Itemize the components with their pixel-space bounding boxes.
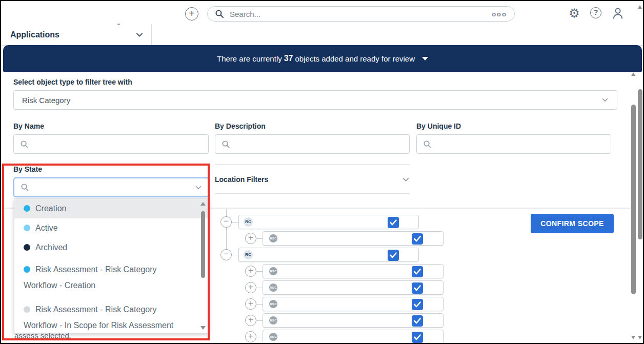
location-filters-toggle[interactable]: Location Filters xyxy=(215,173,410,186)
state-option[interactable]: Active xyxy=(14,218,208,238)
node-checkbox[interactable] xyxy=(412,315,423,327)
by-state-combobox[interactable] xyxy=(13,177,209,197)
search-input[interactable] xyxy=(229,9,488,19)
tree-connector xyxy=(256,271,263,272)
state-option-label: Risk Assessment - Risk Category Workflow… xyxy=(24,305,173,330)
gear-icon[interactable]: ⚙ xyxy=(568,7,581,20)
state-color-dot xyxy=(24,266,30,273)
applications-dropdown[interactable]: Applications xyxy=(1,24,152,45)
expand-icon[interactable]: + xyxy=(245,266,256,277)
object-type-badge: RSC xyxy=(269,333,277,341)
tree-node[interactable]: RSC xyxy=(263,313,444,328)
object-type-badge: RC xyxy=(244,250,253,259)
scrollbar-thumb[interactable] xyxy=(638,89,642,239)
by-name-label: By Name xyxy=(13,122,44,130)
object-type-badge: RSC xyxy=(269,316,277,325)
state-option-label: Active xyxy=(35,224,58,232)
user-icon[interactable] xyxy=(611,7,625,20)
chevron-down-icon xyxy=(195,184,202,191)
search-icon xyxy=(20,140,29,149)
scroll-up-icon[interactable] xyxy=(631,72,635,76)
tree-node[interactable]: RSC xyxy=(263,280,444,295)
help-icon[interactable]: ? xyxy=(590,7,603,20)
tree-node[interactable]: RC xyxy=(238,215,419,229)
node-checkbox[interactable] xyxy=(388,250,399,261)
scroll-up-icon[interactable] xyxy=(200,202,206,206)
object-type-value: Risk Category xyxy=(22,96,70,105)
node-checkbox[interactable] xyxy=(412,282,423,294)
expand-icon[interactable]: + xyxy=(245,282,256,293)
state-option-label: Creation xyxy=(35,204,66,213)
node-checkbox[interactable] xyxy=(412,266,423,277)
chevron-down-icon xyxy=(135,31,144,39)
state-option[interactable]: Risk Assessment - Risk Category Workflow… xyxy=(14,257,208,297)
state-option[interactable]: Archived xyxy=(14,238,208,257)
banner-caret-icon[interactable] xyxy=(422,57,428,60)
state-color-dot xyxy=(24,225,30,231)
screen: + ooo ⚙ ? Applications There are current… xyxy=(0,0,644,344)
by-unique-id-input[interactable] xyxy=(436,139,605,149)
review-banner[interactable]: There are currently 37 objects added and… xyxy=(3,45,642,72)
divider xyxy=(215,164,410,165)
tree-connector xyxy=(256,288,263,288)
tree-connector xyxy=(232,222,238,222)
by-unique-id-label: By Unique ID xyxy=(416,122,461,130)
object-type-badge: RSC xyxy=(269,267,277,275)
scroll-up-icon[interactable] xyxy=(638,5,642,9)
tree-node[interactable]: RC xyxy=(238,248,419,262)
tree-connector xyxy=(256,304,263,305)
tree-node[interactable]: RSC xyxy=(263,297,444,311)
collapse-icon[interactable]: − xyxy=(220,249,232,260)
tree-node[interactable]: RSC xyxy=(263,231,444,246)
tree-node[interactable]: RSC xyxy=(263,330,444,344)
object-type-select[interactable]: Risk Category xyxy=(13,90,617,110)
scroll-down-icon[interactable] xyxy=(200,326,206,330)
scrollbar-thumb[interactable] xyxy=(631,105,636,294)
node-checkbox[interactable] xyxy=(388,217,399,228)
object-type-label: Select object type to filter tree with xyxy=(13,78,132,86)
by-name-input-wrap xyxy=(13,134,209,154)
applications-label: Applications xyxy=(10,30,59,39)
expand-icon[interactable]: + xyxy=(245,298,256,310)
search-icon xyxy=(21,183,29,192)
state-options: CreationActiveArchivedRisk Assessment - … xyxy=(14,199,208,333)
by-state-input[interactable] xyxy=(34,183,195,192)
node-checkbox[interactable] xyxy=(412,332,423,343)
tree-connector xyxy=(256,337,263,337)
scroll-down-icon[interactable] xyxy=(631,336,635,339)
state-color-dot xyxy=(24,244,30,251)
add-icon[interactable]: + xyxy=(185,7,198,21)
search-icon xyxy=(215,9,224,18)
state-option[interactable]: Creation xyxy=(14,199,208,218)
dropdown-scrollbar[interactable] xyxy=(200,201,206,331)
scrollbar-thumb[interactable] xyxy=(201,211,205,278)
tree-connector xyxy=(232,255,238,255)
object-type-badge: RSC xyxy=(269,234,277,242)
state-option-label: Risk Assessment - Risk Category Workflow… xyxy=(24,265,157,290)
tree-connector xyxy=(256,320,263,321)
confirm-scope-button[interactable]: CONFIRM SCOPE xyxy=(531,214,614,233)
node-checkbox[interactable] xyxy=(412,299,423,310)
node-checkbox[interactable] xyxy=(412,233,423,245)
ellipsis-icon[interactable]: ooo xyxy=(492,10,507,18)
by-name-input[interactable] xyxy=(33,139,202,149)
search-icon xyxy=(222,140,230,149)
tree-node[interactable]: RSC xyxy=(263,264,444,278)
by-description-input-wrap xyxy=(215,134,410,154)
expand-icon[interactable]: + xyxy=(245,233,256,244)
scroll-down-icon[interactable] xyxy=(638,336,642,339)
expand-icon[interactable]: + xyxy=(245,315,256,326)
by-description-input[interactable] xyxy=(235,139,403,149)
state-option[interactable]: Risk Assessment - Risk Category Workflow… xyxy=(14,297,208,333)
state-color-dot xyxy=(24,306,30,313)
search-icon xyxy=(423,140,432,149)
object-type-badge: RSC xyxy=(269,284,277,292)
banner-count: 37 xyxy=(284,54,293,63)
collapse-icon[interactable]: − xyxy=(220,216,232,228)
state-dropdown-list: CreationActiveArchivedRisk Assessment - … xyxy=(14,198,209,333)
object-type-badge: RSC xyxy=(269,300,277,308)
expand-icon[interactable]: + xyxy=(245,331,256,342)
global-search[interactable]: ooo xyxy=(207,6,515,22)
by-description-label: By Description xyxy=(215,122,266,130)
location-filters-label: Location Filters xyxy=(215,175,268,184)
